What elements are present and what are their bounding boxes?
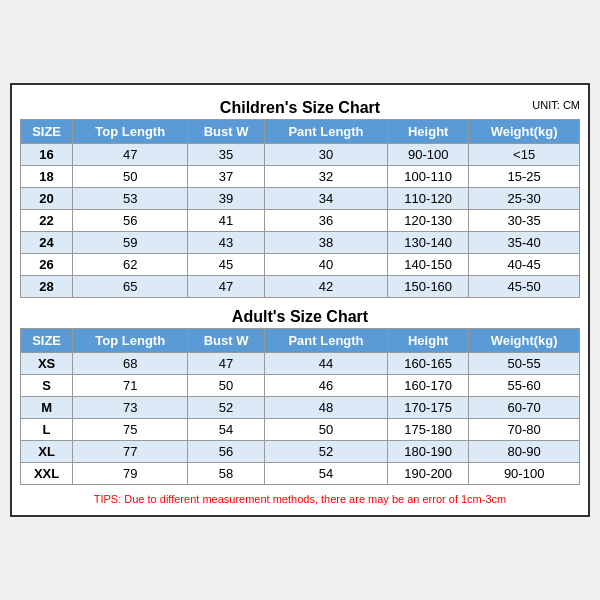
table-cell: 100-110 [388,166,469,188]
table-cell: 47 [73,144,188,166]
table-cell: 16 [21,144,73,166]
table-cell: 54 [188,419,265,441]
table-cell: 73 [73,397,188,419]
table-cell: 50 [264,419,387,441]
table-cell: 58 [188,463,265,485]
table-cell: 48 [264,397,387,419]
table-cell: 170-175 [388,397,469,419]
table-row: 22564136120-13030-35 [21,210,580,232]
table-cell: 26 [21,254,73,276]
table-cell: 68 [73,353,188,375]
adult-col-weight: Weight(kg) [469,329,580,353]
table-cell: 36 [264,210,387,232]
table-row: M735248170-17560-70 [21,397,580,419]
table-cell: 90-100 [388,144,469,166]
table-cell: 54 [264,463,387,485]
adult-col-size: SIZE [21,329,73,353]
table-cell: 34 [264,188,387,210]
table-cell: 25-30 [469,188,580,210]
table-cell: 22 [21,210,73,232]
table-cell: 50 [188,375,265,397]
table-cell: 175-180 [388,419,469,441]
table-row: 18503732100-11015-25 [21,166,580,188]
table-cell: 24 [21,232,73,254]
table-cell: 56 [73,210,188,232]
table-row: 24594338130-14035-40 [21,232,580,254]
table-cell: XXL [21,463,73,485]
children-col-bustw: Bust W [188,120,265,144]
table-cell: 130-140 [388,232,469,254]
table-row: 20533934110-12025-30 [21,188,580,210]
table-row: S715046160-17055-60 [21,375,580,397]
table-cell: 45 [188,254,265,276]
table-cell: 28 [21,276,73,298]
table-row: XS684744160-16550-55 [21,353,580,375]
table-cell: 45-50 [469,276,580,298]
table-cell: 77 [73,441,188,463]
table-cell: 190-200 [388,463,469,485]
table-cell: <15 [469,144,580,166]
table-cell: 70-80 [469,419,580,441]
table-cell: 15-25 [469,166,580,188]
children-col-height: Height [388,120,469,144]
table-cell: 52 [188,397,265,419]
table-cell: 32 [264,166,387,188]
table-cell: 47 [188,276,265,298]
table-cell: 50-55 [469,353,580,375]
table-cell: 43 [188,232,265,254]
table-cell: 150-160 [388,276,469,298]
children-col-size: SIZE [21,120,73,144]
table-cell: 37 [188,166,265,188]
table-row: 28654742150-16045-50 [21,276,580,298]
table-cell: M [21,397,73,419]
table-cell: 41 [188,210,265,232]
adult-col-toplength: Top Length [73,329,188,353]
table-row: L755450175-18070-80 [21,419,580,441]
table-cell: 35 [188,144,265,166]
table-cell: 75 [73,419,188,441]
table-cell: 35-40 [469,232,580,254]
children-table: SIZE Top Length Bust W Pant Length Heigh… [20,119,580,298]
adult-col-bustw: Bust W [188,329,265,353]
table-cell: 62 [73,254,188,276]
table-cell: 52 [264,441,387,463]
table-row: 1647353090-100<15 [21,144,580,166]
table-cell: L [21,419,73,441]
table-cell: 90-100 [469,463,580,485]
table-cell: 71 [73,375,188,397]
children-col-toplength: Top Length [73,120,188,144]
children-col-pantlength: Pant Length [264,120,387,144]
table-cell: 80-90 [469,441,580,463]
table-cell: 40-45 [469,254,580,276]
adult-section: Adult's Size Chart SIZE Top Length Bust … [20,302,580,485]
table-row: XL775652180-19080-90 [21,441,580,463]
adult-title-text: Adult's Size Chart [232,308,368,325]
table-cell: 30-35 [469,210,580,232]
children-col-weight: Weight(kg) [469,120,580,144]
table-cell: 55-60 [469,375,580,397]
table-cell: XL [21,441,73,463]
table-cell: 18 [21,166,73,188]
adult-table: SIZE Top Length Bust W Pant Length Heigh… [20,328,580,485]
table-cell: 160-170 [388,375,469,397]
table-cell: 40 [264,254,387,276]
table-cell: 110-120 [388,188,469,210]
adult-col-height: Height [388,329,469,353]
adult-header-row: SIZE Top Length Bust W Pant Length Heigh… [21,329,580,353]
table-row: XXL795854190-20090-100 [21,463,580,485]
table-cell: 140-150 [388,254,469,276]
adult-title: Adult's Size Chart [20,302,580,328]
children-header-row: SIZE Top Length Bust W Pant Length Heigh… [21,120,580,144]
table-cell: XS [21,353,73,375]
tips-text: TIPS: Due to different measurement metho… [20,489,580,507]
table-cell: 56 [188,441,265,463]
table-cell: 44 [264,353,387,375]
table-cell: 39 [188,188,265,210]
adult-col-pantlength: Pant Length [264,329,387,353]
table-cell: S [21,375,73,397]
table-cell: 79 [73,463,188,485]
table-cell: 180-190 [388,441,469,463]
unit-label: UNIT: CM [532,99,580,111]
table-cell: 50 [73,166,188,188]
table-cell: 60-70 [469,397,580,419]
